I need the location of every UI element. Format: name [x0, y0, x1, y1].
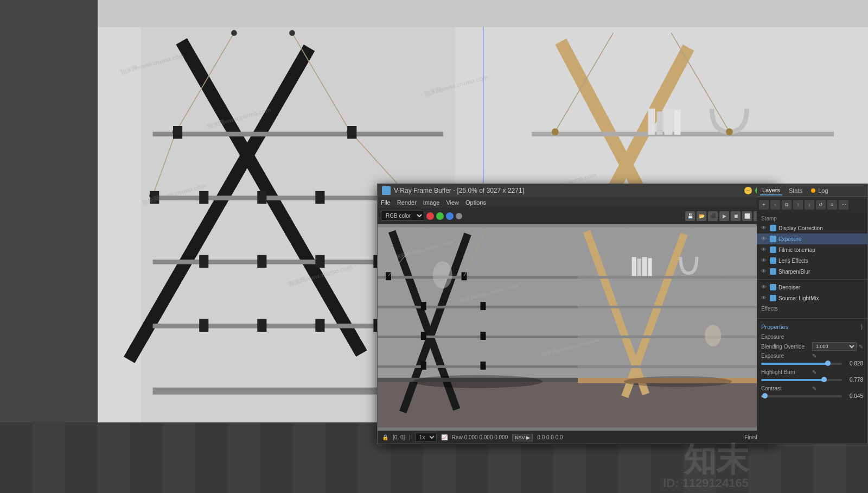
color-dot-green[interactable] — [436, 212, 444, 220]
add-layer-icon[interactable]: + — [759, 200, 769, 210]
prop-exp-thumb[interactable] — [825, 361, 831, 366]
svg-rect-24 — [315, 191, 324, 204]
region-icon[interactable]: ⬜ — [742, 211, 752, 221]
eye-icon-4[interactable]: 👁 — [761, 257, 768, 264]
svg-rect-26 — [257, 255, 266, 268]
menu-image[interactable]: Image — [423, 199, 440, 206]
prop-hb-edit[interactable]: ✎ — [812, 369, 816, 375]
svg-rect-29 — [199, 319, 208, 332]
prop-exp-slider[interactable] — [761, 363, 842, 365]
prop-blending-edit[interactable]: ✎ — [859, 344, 863, 350]
render-area: 知末网www.znzmo.com 知末网www.znzmo.com 知末网www… — [378, 224, 778, 431]
prop-contrast-thumb[interactable] — [762, 393, 768, 399]
nsv-button[interactable]: NSV ▶ — [512, 434, 533, 441]
svg-rect-72 — [578, 306, 778, 308]
svg-rect-20 — [150, 191, 159, 204]
svg-rect-58 — [378, 336, 578, 338]
layer-sharpen[interactable]: 👁 Sharpen/Blur — [757, 266, 867, 277]
minimize-button[interactable]: ─ — [744, 187, 752, 194]
vfb-titlebar: V-Ray Frame Buffer - [25.0% of 3027 x 22… — [378, 184, 778, 197]
eye-icon-2[interactable]: 👁 — [761, 236, 768, 242]
svg-point-85 — [705, 325, 721, 346]
layer-filmic[interactable]: 👁 Filmic tonemap — [757, 244, 867, 255]
svg-rect-62 — [462, 272, 467, 280]
svg-point-48 — [726, 128, 733, 135]
prop-exp-value: 0.828 — [844, 361, 863, 366]
save-icon[interactable]: 💾 — [685, 211, 695, 221]
svg-rect-27 — [315, 255, 324, 268]
menu-render[interactable]: Render — [397, 199, 417, 206]
move-down-icon[interactable]: ↓ — [805, 200, 814, 210]
remove-layer-icon[interactable]: − — [770, 200, 780, 210]
svg-rect-71 — [578, 276, 778, 279]
expand-all-icon[interactable]: ≡ — [827, 200, 837, 210]
left-sidebar — [0, 0, 98, 493]
layer-name-5: Sharpen/Blur — [778, 269, 863, 275]
color-dot-blue[interactable] — [446, 212, 454, 220]
menu-view[interactable]: View — [446, 199, 459, 206]
more-options-icon[interactable]: ⋯ — [839, 200, 848, 210]
status-lock-icon: 🔒 — [382, 434, 388, 440]
prop-contrast-edit[interactable]: ✎ — [812, 385, 816, 391]
svg-point-12 — [231, 30, 237, 36]
layer-lens[interactable]: 👁 Lens Effects — [757, 255, 867, 266]
eye-icon-5[interactable]: 👁 — [761, 268, 768, 275]
color-dot-alpha[interactable] — [456, 213, 462, 219]
status-zoom-select[interactable]: 1x — [415, 433, 437, 442]
prop-exp-fill — [761, 363, 828, 365]
menu-file[interactable]: File — [381, 199, 391, 206]
vfb-icon — [382, 186, 391, 195]
log-dot — [811, 188, 815, 193]
panel-toolbar: + − ⧉ ↑ ↓ ↺ ≡ ⋯ — [757, 197, 867, 212]
reset-layer-icon[interactable]: ↺ — [816, 200, 826, 210]
open-icon[interactable]: 📂 — [697, 211, 706, 221]
prop-blending-label: Blending Override — [761, 344, 810, 350]
menu-options[interactable]: Options — [465, 199, 486, 206]
status-zoom-icon: | — [409, 434, 411, 440]
vfb-title: V-Ray Frame Buffer - [25.0% of 3027 x 22… — [394, 187, 744, 194]
svg-rect-3 — [153, 132, 443, 137]
svg-rect-31 — [315, 319, 324, 332]
layer-exposure[interactable]: 👁 Exposure — [757, 233, 867, 244]
svg-rect-73 — [578, 336, 778, 338]
layer-display-correction[interactable]: 👁 Display Correction — [757, 223, 867, 233]
eye-icon-3[interactable]: 👁 — [761, 246, 768, 253]
svg-point-84 — [433, 261, 452, 288]
layer-color-2 — [770, 236, 776, 242]
vfb-window: V-Ray Frame Buffer - [25.0% of 3027 x 22… — [377, 184, 778, 444]
prop-blending-select[interactable]: 1.000 — [812, 342, 857, 351]
eye-icon-7[interactable]: 👁 — [761, 295, 768, 301]
prop-contrast-slider[interactable] — [761, 395, 842, 397]
layer-denoiser[interactable]: 👁 Denoiser — [757, 282, 867, 293]
prop-hb-slider[interactable] — [761, 379, 842, 381]
prop-exp-slider-row: 0.828 — [757, 360, 867, 368]
stop-icon[interactable]: ⏹ — [731, 211, 741, 221]
prop-exp-edit[interactable]: ✎ — [812, 353, 816, 359]
prop-hb-label: Highlight Burn — [761, 369, 810, 375]
layer-color-3 — [770, 246, 776, 253]
eye-icon-1[interactable]: 👁 — [761, 225, 768, 231]
status-right-values: 0.0 0.0 0.0 — [537, 434, 563, 440]
layer-lightmix[interactable]: 👁 Source: LightMix — [757, 293, 867, 304]
layer-divider — [757, 279, 867, 280]
prop-hb-thumb[interactable] — [821, 377, 827, 382]
layer-name-4: Lens Effects — [778, 258, 863, 264]
svg-point-13 — [289, 30, 295, 36]
tab-layers[interactable]: Layers — [760, 186, 782, 195]
prop-exp-label: Exposure — [761, 353, 810, 359]
duplicate-layer-icon[interactable]: ⧉ — [782, 200, 792, 210]
eye-icon-6[interactable]: 👁 — [761, 284, 768, 290]
tab-log[interactable]: Log — [809, 186, 830, 195]
properties-expand-icon[interactable]: ⟩ — [860, 323, 863, 331]
svg-rect-68 — [480, 362, 486, 370]
channel-select[interactable]: RGB color — [381, 211, 424, 221]
color-dot-red[interactable] — [426, 212, 434, 220]
render-icon[interactable]: ▶ — [719, 211, 729, 221]
move-up-icon[interactable]: ↑ — [793, 200, 803, 210]
compare-icon[interactable]: ⬛ — [708, 211, 718, 221]
tab-stats[interactable]: Stats — [787, 186, 805, 195]
svg-rect-79 — [648, 258, 652, 276]
vfb-toolbar: RGB color 💾 📂 ⬛ ▶ ⏹ ⬜ ↺ ⚙ — [378, 208, 778, 224]
layer-name-2: Exposure — [778, 236, 863, 242]
prop-hb-value: 0.778 — [844, 377, 863, 383]
